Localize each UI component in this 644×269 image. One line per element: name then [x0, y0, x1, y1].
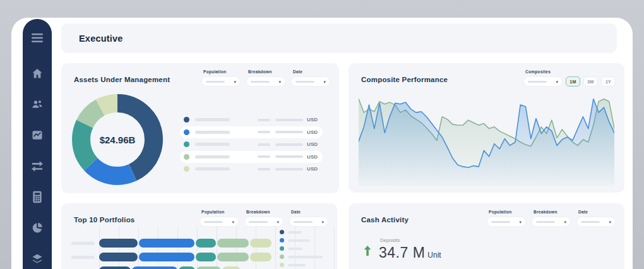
legend-name-placeholder: [288, 239, 310, 242]
legend-value-placeholder: [258, 168, 270, 170]
chevron-down-icon: ▾: [232, 220, 234, 224]
filter-label: Breakdown: [248, 69, 285, 74]
aum-filter-population: Population▾: [201, 69, 241, 87]
range-button-1y[interactable]: 1Y: [601, 76, 616, 87]
bar-segment-4[interactable]: [196, 266, 221, 269]
aum-card: Assets Under Management Population▾Break…: [61, 63, 339, 193]
bar-segment-3[interactable]: [179, 266, 195, 269]
select-placeholder: [491, 221, 510, 223]
aum-date-select[interactable]: ▾: [291, 76, 330, 87]
aum-breakdown-select[interactable]: ▾: [246, 76, 285, 87]
aum-legend-row[interactable]: USD: [180, 138, 323, 151]
aum-donut-chart: $24.96B: [71, 93, 164, 186]
transfers-icon[interactable]: [30, 158, 45, 174]
cash-filter-date: Date▾: [576, 210, 616, 227]
legend-value-placeholder: [258, 155, 270, 158]
legend-name-placeholder: [288, 264, 306, 266]
calculator-icon[interactable]: [30, 189, 45, 205]
top10-legend-item[interactable]: [280, 230, 323, 234]
aum-legend-row[interactable]: USD: [180, 151, 323, 164]
bar-segment-4[interactable]: [217, 253, 249, 261]
select-placeholder: [295, 81, 314, 83]
bar-segment-2[interactable]: [132, 266, 177, 269]
menu-icon[interactable]: [30, 30, 45, 45]
chevron-down-icon: ▾: [556, 80, 558, 84]
legend-currency-label: USD: [307, 166, 318, 172]
filter-label: Population: [489, 210, 526, 214]
legend-amount-placeholder: [275, 119, 303, 121]
legend-currency-label: USD: [307, 129, 318, 135]
legend-dot: [280, 246, 284, 251]
legend-name-placeholder: [195, 118, 230, 121]
cash-date-select[interactable]: ▾: [576, 217, 616, 227]
chevron-down-icon: ▾: [519, 220, 522, 224]
aum-filters: Population▾Breakdown▾Date▾: [201, 69, 330, 87]
legend-dot: [184, 154, 189, 160]
bar-segment-5[interactable]: [250, 253, 271, 261]
composites-controls: ▾1M3M1Y: [523, 76, 616, 87]
top10-breakdown-select[interactable]: ▾: [244, 217, 283, 227]
bar-segment-5[interactable]: [250, 239, 271, 248]
select-placeholder: [294, 221, 313, 223]
chevron-down-icon: ▾: [278, 80, 281, 84]
page-header: Executive: [61, 23, 617, 53]
performance-icon[interactable]: [30, 128, 45, 143]
cash-breakdown-select[interactable]: ▾: [532, 217, 571, 227]
filter-label: Breakdown: [246, 210, 283, 214]
clients-icon[interactable]: [30, 97, 45, 112]
top10-legend-item[interactable]: [280, 254, 323, 259]
aum-legend: USDUSDUSDUSDUSD: [180, 114, 323, 176]
legend-dot: [184, 117, 189, 123]
cash-card: Cash Activity Population▾Breakdown▾Date▾…: [349, 203, 624, 269]
allocation-icon[interactable]: [30, 220, 45, 236]
stacked-bar[interactable]: [99, 253, 271, 261]
bar-segment-1[interactable]: [99, 266, 131, 269]
line-chart-svg[interactable]: [359, 90, 614, 186]
bar-segment-2[interactable]: [139, 253, 194, 261]
cash-card-title: Cash Activity: [361, 216, 408, 224]
top10-legend-item[interactable]: [280, 246, 323, 251]
bar-segment-3[interactable]: [196, 239, 216, 248]
range-button-3m[interactable]: 3M: [583, 76, 598, 87]
home-icon[interactable]: [30, 66, 45, 81]
holdings-icon[interactable]: [30, 251, 45, 266]
legend-dot: [280, 230, 284, 234]
deposits-label: Deposits: [380, 237, 441, 243]
legend-name-placeholder: [288, 248, 302, 250]
portfolio-name-placeholder: [71, 256, 95, 259]
aum-legend-row[interactable]: USD: [180, 114, 323, 126]
select-placeholder: [528, 81, 547, 83]
aum-legend-row[interactable]: USD: [180, 163, 323, 176]
bar-segment-1[interactable]: [99, 253, 138, 261]
bar-segment-4[interactable]: [217, 239, 249, 248]
stacked-bar[interactable]: [99, 239, 271, 248]
filter-label: Population: [201, 210, 239, 214]
top10-date-select[interactable]: ▾: [289, 217, 328, 227]
top10-filter-population: Population▾: [200, 210, 239, 227]
arrow-up-icon: [362, 245, 373, 258]
stacked-bar[interactable]: [99, 266, 241, 269]
cash-filter-breakdown: Breakdown▾: [532, 210, 571, 227]
top10-population-select[interactable]: ▾: [200, 217, 239, 227]
composite-line-chart: [359, 90, 614, 186]
top10-legend-item[interactable]: [280, 238, 323, 242]
aum-population-select[interactable]: ▾: [201, 76, 241, 87]
bar-segment-2[interactable]: [139, 239, 194, 248]
chevron-down-icon: ▾: [277, 220, 279, 224]
range-button-1m[interactable]: 1M: [566, 76, 580, 87]
aum-filter-date: Date▾: [291, 69, 330, 87]
bar-segment-1[interactable]: [99, 239, 138, 248]
cash-filter-population: Population▾: [487, 210, 526, 227]
bar-segment-3[interactable]: [196, 253, 216, 261]
cash-population-select[interactable]: ▾: [487, 217, 526, 227]
aum-legend-row[interactable]: USD: [180, 126, 323, 139]
page-title: Executive: [79, 33, 123, 44]
top10-card-title: Top 10 Portfolios: [74, 216, 134, 224]
composite-card-title: Composite Performance: [361, 76, 448, 83]
top10-legend-item[interactable]: [280, 263, 323, 267]
legend-amount-placeholder: [275, 143, 303, 146]
composites-select[interactable]: ▾: [523, 76, 563, 87]
bar-segment-5[interactable]: [222, 266, 241, 269]
composite-filters: Composites▾1M3M1Y: [523, 69, 616, 87]
composite-card: Composite Performance Composites▾1M3M1Y: [349, 63, 624, 193]
